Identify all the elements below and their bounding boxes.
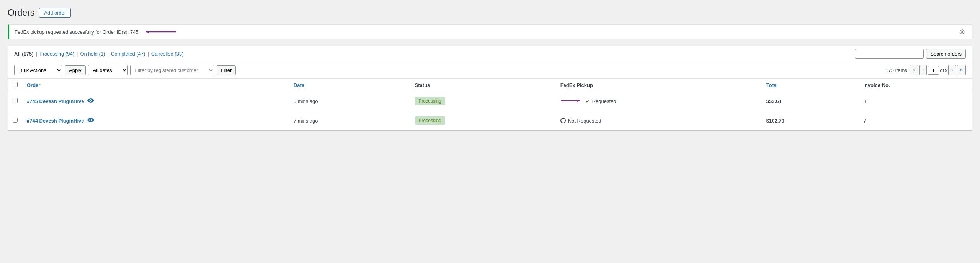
column-status: Status <box>410 79 556 91</box>
notice-bar: FedEx pickup requested succesfully for O… <box>8 24 972 39</box>
page-title: Orders <box>8 8 34 18</box>
tab-all[interactable]: All (175) <box>14 51 34 57</box>
column-invoice: Invoice No. <box>859 79 972 91</box>
svg-marker-3 <box>577 99 580 102</box>
tab-sep-2: | <box>77 51 78 57</box>
column-fedex-pickup: FedEx Pickup <box>556 79 762 91</box>
date-filter-select[interactable]: All dates <box>88 65 128 75</box>
search-input[interactable] <box>855 49 924 59</box>
pagination-of-label: of <box>940 67 944 73</box>
row-744-checkbox[interactable] <box>13 118 18 123</box>
column-order[interactable]: Order <box>22 79 289 91</box>
row-744-date: 7 mins ago <box>294 118 318 124</box>
row-745-status-cell: Processing <box>410 91 556 111</box>
notice-close-button[interactable]: ⊗ <box>958 28 967 35</box>
row-745-invoice-cell: 8 <box>859 91 972 111</box>
pagination-first-button[interactable]: « <box>910 65 918 75</box>
add-order-button[interactable]: Add order <box>39 8 71 18</box>
row-745-eye-icon[interactable] <box>87 98 94 104</box>
bulk-actions-select[interactable]: Bulk Actions <box>14 65 62 75</box>
orders-table: Order Date Status FedEx Pickup Total Inv… <box>8 79 972 130</box>
row-745-invoice: 8 <box>863 98 866 104</box>
row-745-fedex-check-icon: ✓ <box>586 98 590 104</box>
apply-button[interactable]: Apply <box>65 65 86 75</box>
tab-sep-3: | <box>107 51 108 57</box>
row-744-total: $102.70 <box>766 118 784 124</box>
filters-right: 175 items « ‹ of 9 › » <box>885 65 966 75</box>
row-744-order-link[interactable]: #744 Devesh PluginHive <box>27 118 84 124</box>
orders-container: All (175) | Processing (94) | On hold (1… <box>8 46 972 131</box>
row-744-checkbox-cell <box>8 111 22 131</box>
filter-button[interactable]: Filter <box>217 65 236 75</box>
close-icon: ⊗ <box>959 28 965 36</box>
row-745-fedex-status: Requested <box>592 98 616 104</box>
pagination: « ‹ of 9 › » <box>910 65 966 75</box>
page-header: Orders Add order <box>8 8 972 18</box>
filters-row: Bulk Actions Apply All dates Filter by r… <box>8 62 972 79</box>
row-745-status-badge: Processing <box>415 97 445 105</box>
notice-arrow-icon <box>142 29 177 34</box>
row-744-invoice: 7 <box>863 118 866 124</box>
tab-completed[interactable]: Completed (47) <box>111 51 145 57</box>
row-745-total: $53.61 <box>766 98 782 104</box>
row-744-invoice-cell: 7 <box>859 111 972 131</box>
tabs-list: All (175) | Processing (94) | On hold (1… <box>14 51 183 57</box>
table-row: #745 Devesh PluginHive 5 mins ago Pr <box>8 91 972 111</box>
row-744-eye-icon[interactable] <box>87 118 94 124</box>
notice-message: FedEx pickup requested succesfully for O… <box>15 29 139 35</box>
column-total[interactable]: Total <box>762 79 859 91</box>
row-745-checkbox-cell <box>8 91 22 111</box>
select-all-header <box>8 79 22 91</box>
row-744-fedex-status: Not Requested <box>568 118 601 124</box>
svg-marker-1 <box>146 30 149 33</box>
row-745-date: 5 mins ago <box>294 98 318 104</box>
table-row: #744 Devesh PluginHive 7 mins ago Pr <box>8 111 972 131</box>
search-orders-button[interactable]: Search orders <box>926 49 966 59</box>
search-area: Search orders <box>855 49 966 59</box>
row-745-total-cell: $53.61 <box>762 91 859 111</box>
tab-sep-4: | <box>147 51 149 57</box>
pagination-prev-button[interactable]: ‹ <box>919 65 927 75</box>
row-744-fedex-circle-icon <box>560 118 566 123</box>
items-count: 175 items <box>885 67 907 73</box>
row-745-order-cell: #745 Devesh PluginHive <box>22 91 289 111</box>
pagination-last-button[interactable]: » <box>957 65 966 75</box>
customer-filter-select[interactable]: Filter by registered customer <box>130 65 214 75</box>
tab-processing[interactable]: Processing (94) <box>39 51 74 57</box>
pagination-total-pages: 9 <box>945 67 947 73</box>
row-745-fedex-arrow-icon <box>560 98 583 105</box>
row-744-fedex-cell: Not Requested <box>556 111 762 131</box>
tab-cancelled[interactable]: Cancelled (33) <box>151 51 184 57</box>
select-all-checkbox[interactable] <box>13 82 18 87</box>
pagination-next-button[interactable]: › <box>948 65 956 75</box>
row-745-date-cell: 5 mins ago <box>289 91 410 111</box>
row-744-status-badge: Processing <box>415 116 445 125</box>
table-header-row: Order Date Status FedEx Pickup Total Inv… <box>8 79 972 91</box>
row-744-date-cell: 7 mins ago <box>289 111 410 131</box>
notice-content: FedEx pickup requested succesfully for O… <box>15 29 177 35</box>
row-745-checkbox[interactable] <box>13 98 18 103</box>
row-745-fedex-cell: ✓ Requested <box>556 91 762 111</box>
tab-sep-1: | <box>36 51 37 57</box>
row-744-total-cell: $102.70 <box>762 111 859 131</box>
tab-on-hold[interactable]: On hold (1) <box>80 51 105 57</box>
pagination-page-input[interactable] <box>928 66 939 75</box>
column-date[interactable]: Date <box>289 79 410 91</box>
row-744-order-cell: #744 Devesh PluginHive <box>22 111 289 131</box>
page-wrapper: Orders Add order FedEx pickup requested … <box>0 0 980 263</box>
tabs-row: All (175) | Processing (94) | On hold (1… <box>8 46 972 62</box>
row-745-order-link[interactable]: #745 Devesh PluginHive <box>27 98 84 104</box>
row-744-status-cell: Processing <box>410 111 556 131</box>
filters-left: Bulk Actions Apply All dates Filter by r… <box>14 65 236 75</box>
